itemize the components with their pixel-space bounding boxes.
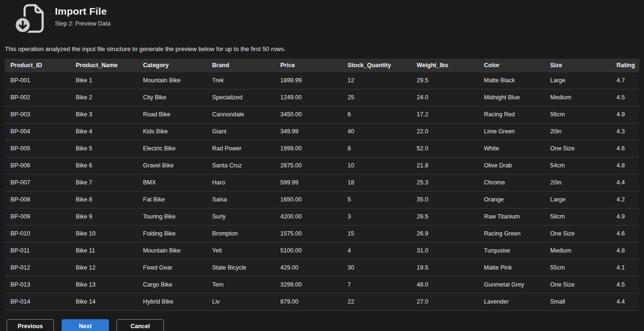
column-header: Price <box>275 59 342 72</box>
table-cell: Lime Green <box>478 123 545 140</box>
table-cell: City Bike <box>137 89 206 106</box>
table-cell: Trek <box>206 72 275 89</box>
table-cell: Racing Red <box>478 106 545 123</box>
cancel-button[interactable]: Cancel <box>116 319 164 331</box>
table-cell: 1249.00 <box>275 89 342 106</box>
table-cell: 4.9 <box>611 209 639 226</box>
page-title: Import File <box>55 6 110 17</box>
table-cell: Bike 9 <box>70 209 137 226</box>
table-cell: One Size <box>545 277 611 294</box>
table-cell: Liv <box>206 294 275 311</box>
table-cell: BP-012 <box>5 260 70 277</box>
column-header: Color <box>478 59 545 72</box>
table-cell: One Size <box>545 226 611 243</box>
table-cell: Bike 1 <box>70 72 137 89</box>
table-cell: Kids Bike <box>137 123 206 140</box>
table-cell: 22.0 <box>411 123 478 140</box>
table-cell: Specialized <box>206 89 275 106</box>
table-cell: Mountain Bike <box>137 243 206 260</box>
table-cell: Bike 8 <box>70 192 137 209</box>
column-header: Product_Name <box>70 59 137 72</box>
table-cell: 3299.00 <box>275 277 342 294</box>
table-cell: 599.99 <box>275 174 342 192</box>
table-cell: 25.3 <box>411 174 478 192</box>
table-cell: Road Bike <box>137 106 206 123</box>
table-cell: BP-010 <box>5 226 70 243</box>
table-cell: BP-005 <box>5 140 70 157</box>
table-cell: BP-013 <box>5 277 70 294</box>
table-cell: 5100.00 <box>275 243 342 260</box>
table-cell: 4.6 <box>611 140 639 157</box>
table-body: BP-001Bike 1Mountain BikeTrek1899.991229… <box>5 72 639 311</box>
table-cell: Large <box>545 192 611 209</box>
table-cell: Matte Pink <box>478 260 545 277</box>
table-cell: Matte Black <box>478 72 545 89</box>
table-cell: Tern <box>206 277 275 294</box>
table-cell: Yeti <box>206 243 275 260</box>
table-cell: Touring Bike <box>137 209 206 226</box>
table-row: BP-010Bike 10Folding BikeBrompton1575.00… <box>5 226 639 243</box>
table-cell: 1650.00 <box>275 192 342 209</box>
next-button[interactable]: Next <box>62 319 109 331</box>
table-cell: 20in <box>545 123 611 140</box>
table-cell: Santa Cruz <box>206 157 275 174</box>
table-cell: Cargo Bike <box>137 277 206 294</box>
table-cell: State Bicycle <box>206 260 275 277</box>
table-cell: Chrome <box>478 174 545 192</box>
table-cell: 10 <box>342 157 411 174</box>
table-cell: Bike 2 <box>70 89 137 106</box>
table-cell: 15 <box>342 226 411 243</box>
table-cell: BP-008 <box>5 192 70 209</box>
table-cell: Mountain Bike <box>137 72 206 89</box>
table-cell: 52.0 <box>411 140 478 157</box>
table-cell: 1899.99 <box>275 72 342 89</box>
wizard-header: Import File Step 2: Preview Data <box>0 0 644 35</box>
table-cell: 4.5 <box>611 277 639 294</box>
column-header: Weight_lbs <box>411 59 478 72</box>
table-row: BP-002Bike 2City BikeSpecialized1249.002… <box>5 89 639 106</box>
file-download-icon <box>14 4 50 34</box>
table-cell: Gunmetal Grey <box>478 277 545 294</box>
table-row: BP-004Bike 4Kids BikeGiant349.994022.0Li… <box>5 123 639 140</box>
wizard-titles: Import File Step 2: Preview Data <box>55 4 110 27</box>
table-cell: Brompton <box>206 226 275 243</box>
table-cell: 4.5 <box>611 89 639 106</box>
table-cell: One Size <box>545 140 611 157</box>
table-cell: 2875.00 <box>275 157 342 174</box>
table-cell: 17.2 <box>411 106 478 123</box>
column-header: Brand <box>206 59 275 72</box>
table-cell: 21.8 <box>411 157 478 174</box>
table-cell: BP-011 <box>5 243 70 260</box>
table-cell: Haro <box>206 174 275 192</box>
table-cell: 4.4 <box>611 294 639 311</box>
table-cell: Small <box>545 294 611 311</box>
table-cell: 4 <box>342 243 411 260</box>
table-cell: 48.0 <box>411 277 478 294</box>
table-cell: 7 <box>342 277 411 294</box>
step-subtitle: Step 2: Preview Data <box>55 20 110 27</box>
table-cell: BP-004 <box>5 123 70 140</box>
table-cell: 55cm <box>545 260 611 277</box>
table-cell: Bike 5 <box>70 140 137 157</box>
table-cell: Olive Drab <box>478 157 545 174</box>
table-header: Product_IDProduct_NameCategoryBrandPrice… <box>5 59 639 72</box>
table-cell: BP-002 <box>5 89 70 106</box>
table-cell: Fixed Gear <box>137 260 206 277</box>
table-cell: 5 <box>342 192 411 209</box>
previous-button[interactable]: Previous <box>7 319 54 331</box>
table-cell: 27.0 <box>411 294 478 311</box>
table-cell: Bike 6 <box>70 157 137 174</box>
table-row: BP-014Bike 14Hybrid BikeLiv879.002227.0L… <box>5 294 639 311</box>
preview-description: This operation analyzed the input file s… <box>5 45 639 52</box>
table-cell: 1999.00 <box>275 140 342 157</box>
table-row: BP-012Bike 12Fixed GearState Bicycle429.… <box>5 260 639 277</box>
table-cell: Orange <box>478 192 545 209</box>
table-cell: Bike 3 <box>70 106 137 123</box>
table-cell: 4.4 <box>611 174 639 192</box>
table-cell: 40 <box>342 123 411 140</box>
table-cell: 25 <box>342 89 411 106</box>
table-cell: 26.9 <box>411 226 478 243</box>
table-cell: White <box>478 140 545 157</box>
table-cell: 35.0 <box>411 192 478 209</box>
table-cell: Lavender <box>478 294 545 311</box>
